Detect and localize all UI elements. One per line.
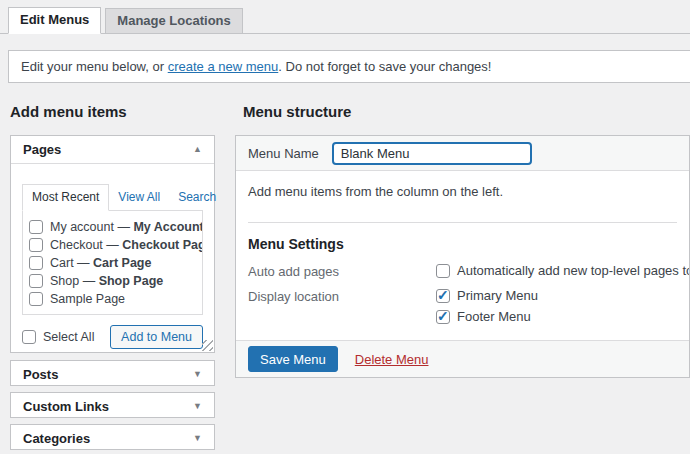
page-checkbox[interactable] xyxy=(29,292,43,306)
tab-view-all[interactable]: View All xyxy=(109,185,169,210)
pages-filter-tabs: Most Recent View All Search xyxy=(22,184,203,210)
chevron-down-icon[interactable]: ▼ xyxy=(193,402,202,411)
empty-menu-message: Add menu items from the column on the le… xyxy=(248,184,677,199)
list-item[interactable]: Sample Page xyxy=(29,290,196,308)
menu-editor-footer: Save Menu Delete Menu xyxy=(236,340,689,377)
save-menu-button[interactable]: Save Menu xyxy=(248,346,338,372)
primary-menu-checkbox[interactable] xyxy=(436,289,450,303)
menu-editor-panel: Menu Name Add menu items from the column… xyxy=(235,135,690,378)
add-to-menu-button[interactable]: Add to Menu xyxy=(110,325,203,349)
notice-text-before: Edit your menu below, or xyxy=(21,59,168,74)
list-item[interactable]: Cart — Cart Page xyxy=(29,254,196,272)
auto-add-pages-option-label: Automatically add new top-level pages to… xyxy=(457,263,689,278)
select-all-checkbox[interactable] xyxy=(22,330,36,344)
page-item-label: Checkout — Checkout Page xyxy=(50,238,203,252)
display-location-primary[interactable]: Primary Menu xyxy=(436,288,538,303)
edit-menu-notice: Edit your menu below, or create a new me… xyxy=(8,50,690,83)
add-menu-items-heading: Add menu items xyxy=(10,103,127,120)
list-item[interactable]: My account — My Account Page xyxy=(29,218,196,236)
pages-checklist: My account — My Account Page Checkout — … xyxy=(22,210,203,315)
settings-divider xyxy=(248,222,677,223)
tab-manage-locations[interactable]: Manage Locations xyxy=(105,8,242,34)
posts-panel: Posts ▼ xyxy=(10,360,215,386)
auto-add-pages-label: Auto add pages xyxy=(248,263,436,279)
custom-links-panel-title: Custom Links xyxy=(23,399,109,414)
page-item-label: Sample Page xyxy=(50,292,125,306)
auto-add-pages-row: Auto add pages Automatically add new top… xyxy=(248,263,677,279)
pages-panel-actions: Select All Add to Menu xyxy=(22,325,203,349)
tab-search[interactable]: Search xyxy=(169,185,225,210)
pages-panel-title: Pages xyxy=(23,142,61,157)
menu-name-input[interactable] xyxy=(332,142,532,165)
page-item-label: My account — My Account Page xyxy=(50,220,203,234)
page-checkbox[interactable] xyxy=(29,220,43,234)
chevron-up-icon[interactable]: ▲ xyxy=(193,145,202,154)
custom-links-panel-header[interactable]: Custom Links ▼ xyxy=(11,393,214,419)
menu-name-row: Menu Name xyxy=(236,136,689,171)
page-checkbox[interactable] xyxy=(29,256,43,270)
posts-panel-header[interactable]: Posts ▼ xyxy=(11,361,214,387)
screen-tab-bar: Edit Menus Manage Locations xyxy=(0,0,690,34)
tab-most-recent[interactable]: Most Recent xyxy=(22,184,109,211)
menu-settings-heading: Menu Settings xyxy=(248,236,677,252)
list-item[interactable]: Shop — Shop Page xyxy=(29,272,196,290)
page-checkbox[interactable] xyxy=(29,238,43,252)
page-item-label: Shop — Shop Page xyxy=(50,274,163,288)
custom-links-panel: Custom Links ▼ xyxy=(10,392,215,418)
chevron-down-icon[interactable]: ▼ xyxy=(193,434,202,443)
notice-text-after: . Do not forget to save your changes! xyxy=(278,59,491,74)
pages-panel-body: Most Recent View All Search My account —… xyxy=(11,164,214,349)
menu-name-label: Menu Name xyxy=(248,146,319,161)
display-location-row: Display location Primary Menu Footer Men… xyxy=(248,288,677,324)
footer-menu-checkbox[interactable] xyxy=(436,310,450,324)
display-location-footer[interactable]: Footer Menu xyxy=(436,309,538,324)
create-new-menu-link[interactable]: create a new menu xyxy=(168,59,279,74)
chevron-down-icon[interactable]: ▼ xyxy=(193,370,202,379)
delete-menu-link[interactable]: Delete Menu xyxy=(355,352,429,367)
resize-handle[interactable] xyxy=(202,340,213,351)
pages-panel: Pages ▲ Most Recent View All Search My a… xyxy=(10,135,215,353)
categories-panel-header[interactable]: Categories ▼ xyxy=(11,425,214,451)
select-all-label: Select All xyxy=(43,330,94,344)
display-location-label: Display location xyxy=(248,288,436,304)
footer-menu-label: Footer Menu xyxy=(457,309,531,324)
menu-structure-heading: Menu structure xyxy=(243,103,351,120)
posts-panel-title: Posts xyxy=(23,367,58,382)
page-item-label: Cart — Cart Page xyxy=(50,256,151,270)
pages-panel-header[interactable]: Pages ▲ xyxy=(11,136,214,164)
page-checkbox[interactable] xyxy=(29,274,43,288)
list-item[interactable]: Checkout — Checkout Page xyxy=(29,236,196,254)
select-all[interactable]: Select All xyxy=(22,330,94,344)
nav-menus-screen: Edit Menus Manage Locations Edit your me… xyxy=(0,0,690,454)
categories-panel: Categories ▼ xyxy=(10,424,215,450)
menu-editor-body: Add menu items from the column on the le… xyxy=(236,171,689,340)
categories-panel-title: Categories xyxy=(23,431,90,446)
auto-add-pages-checkbox[interactable] xyxy=(436,264,450,278)
tab-edit-menus[interactable]: Edit Menus xyxy=(8,7,101,34)
primary-menu-label: Primary Menu xyxy=(457,288,538,303)
auto-add-pages-option[interactable]: Automatically add new top-level pages to… xyxy=(436,263,689,278)
